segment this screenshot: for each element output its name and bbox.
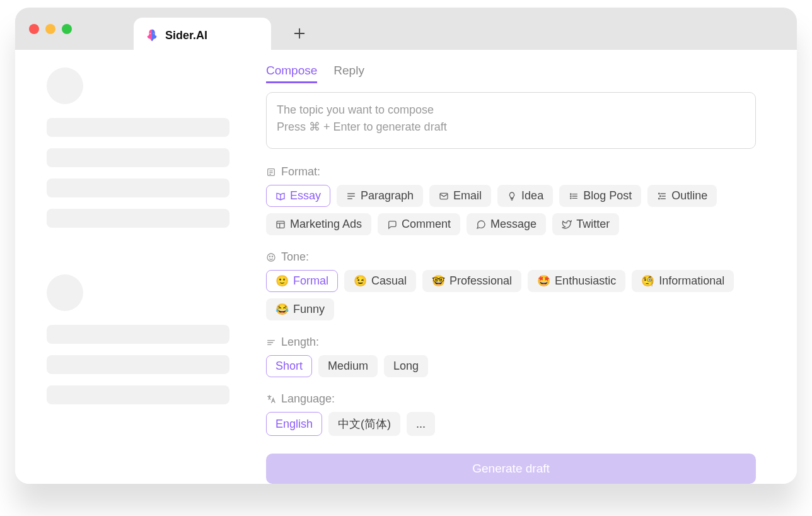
chip-icon: [387, 220, 397, 230]
skeleton-avatar: [47, 274, 83, 311]
format-options: EssayParagraphEmailIdeaBlog PostOutlineM…: [266, 185, 756, 235]
language-icon: [266, 394, 276, 404]
sidebar-skeleton: [15, 50, 248, 484]
svg-point-17: [571, 197, 571, 198]
chip-label: Formal: [293, 274, 328, 288]
skeleton-group-1: [47, 118, 229, 228]
generate-draft-button[interactable]: Generate draft: [266, 454, 756, 484]
svg-point-13: [571, 194, 571, 194]
app-window: Sider.AI Compose: [15, 8, 797, 484]
chip-label: Blog Post: [583, 189, 632, 202]
format-section-label: Format:: [266, 165, 756, 179]
chip-label: Twitter: [576, 218, 610, 231]
tone-option-enthusiastic[interactable]: 🤩Enthusiastic: [528, 270, 625, 292]
tone-option-casual[interactable]: 😉Casual: [344, 270, 416, 292]
format-option-essay[interactable]: Essay: [266, 185, 330, 207]
tone-option-professional[interactable]: 🤓Professional: [422, 270, 521, 292]
skeleton-line: [47, 118, 229, 137]
chip-icon: [569, 191, 579, 201]
skeleton-avatar: [47, 67, 83, 104]
length-option-medium[interactable]: Medium: [318, 355, 378, 377]
svg-point-1: [153, 33, 154, 34]
svg-point-23: [659, 198, 660, 199]
compose-panel: Compose Reply The topic you want to comp…: [248, 50, 797, 484]
chip-icon: [507, 191, 517, 201]
skeleton-line: [47, 148, 229, 167]
skeleton-line: [47, 325, 229, 344]
chip-label: Informational: [659, 274, 724, 288]
chip-label: English: [276, 418, 313, 431]
chip-icon: [276, 220, 286, 230]
chip-label: ...: [416, 418, 426, 431]
window-controls: [29, 24, 72, 34]
skeleton-line: [47, 385, 229, 404]
chip-label: Enthusiastic: [555, 274, 616, 288]
chip-icon: [476, 220, 486, 230]
tone-option-informational[interactable]: 🧐Informational: [632, 270, 734, 292]
length-icon: [266, 337, 276, 348]
chip-icon: 😂: [276, 303, 289, 316]
chip-label: Essay: [290, 189, 321, 202]
format-option-paragraph[interactable]: Paragraph: [337, 185, 423, 207]
chip-label: Message: [490, 218, 536, 231]
chip-icon: [562, 220, 572, 230]
svg-rect-25: [277, 221, 284, 228]
svg-point-0: [149, 33, 151, 34]
tab-title: Sider.AI: [165, 29, 207, 42]
svg-point-21: [660, 196, 661, 197]
format-option-idea[interactable]: Idea: [497, 185, 553, 207]
chip-label: Paragraph: [361, 189, 414, 202]
skeleton-line: [47, 209, 229, 228]
close-window-button[interactable]: [29, 24, 39, 34]
browser-tab-sider[interactable]: Sider.AI: [134, 18, 271, 53]
svg-point-15: [571, 196, 571, 196]
placeholder-text: Press ⌘ + Enter to generate draft: [277, 119, 745, 136]
format-option-comment[interactable]: Comment: [378, 213, 460, 235]
language-option--[interactable]: 中文(简体): [328, 412, 400, 436]
mode-tabs: Compose Reply: [266, 64, 756, 83]
compose-topic-input[interactable]: The topic you want to compose Press ⌘ + …: [266, 92, 756, 149]
chip-label: 中文(简体): [338, 416, 391, 431]
maximize-window-button[interactable]: [62, 24, 72, 34]
language-section-label: Language:: [266, 392, 756, 406]
chip-label: Outline: [671, 189, 707, 202]
minimize-window-button[interactable]: [45, 24, 55, 34]
length-options: ShortMediumLong: [266, 355, 756, 377]
chip-label: Medium: [328, 360, 368, 373]
chip-icon: 🙂: [276, 274, 289, 288]
chip-icon: 🤩: [537, 274, 550, 288]
chip-label: Idea: [521, 189, 543, 202]
tone-option-formal[interactable]: 🙂Formal: [266, 270, 338, 292]
language-more[interactable]: ...: [407, 412, 435, 436]
format-option-email[interactable]: Email: [429, 185, 491, 207]
chip-label: Casual: [371, 274, 407, 288]
tab-reply[interactable]: Reply: [334, 64, 364, 83]
length-option-long[interactable]: Long: [384, 355, 428, 377]
skeleton-group-2: [47, 325, 229, 404]
chip-icon: [657, 191, 667, 201]
format-option-blog-post[interactable]: Blog Post: [559, 185, 641, 207]
chip-icon: 🤓: [432, 274, 445, 288]
new-tab-button[interactable]: [293, 26, 306, 40]
format-option-message[interactable]: Message: [467, 213, 546, 235]
svg-point-29: [269, 256, 270, 257]
skeleton-line: [47, 179, 229, 197]
length-section-label: Length:: [266, 336, 756, 349]
chip-label: Professional: [450, 274, 512, 288]
tone-options: 🙂Formal😉Casual🤓Professional🤩Enthusiastic…: [266, 270, 756, 320]
tab-compose[interactable]: Compose: [266, 64, 317, 83]
chip-label: Funny: [293, 303, 325, 316]
tone-option-funny[interactable]: 😂Funny: [266, 298, 334, 320]
format-option-outline[interactable]: Outline: [647, 185, 717, 207]
chip-icon: [276, 191, 286, 201]
language-options: English中文(简体)...: [266, 412, 756, 436]
tone-icon: [266, 252, 276, 262]
format-option-twitter[interactable]: Twitter: [552, 213, 619, 235]
language-option-english[interactable]: English: [266, 412, 322, 436]
svg-point-30: [272, 256, 272, 257]
chip-label: Short: [276, 360, 303, 373]
chip-label: Long: [393, 360, 419, 373]
length-option-short[interactable]: Short: [266, 355, 312, 377]
chip-icon: [346, 191, 356, 201]
format-option-marketing-ads[interactable]: Marketing Ads: [266, 213, 371, 235]
